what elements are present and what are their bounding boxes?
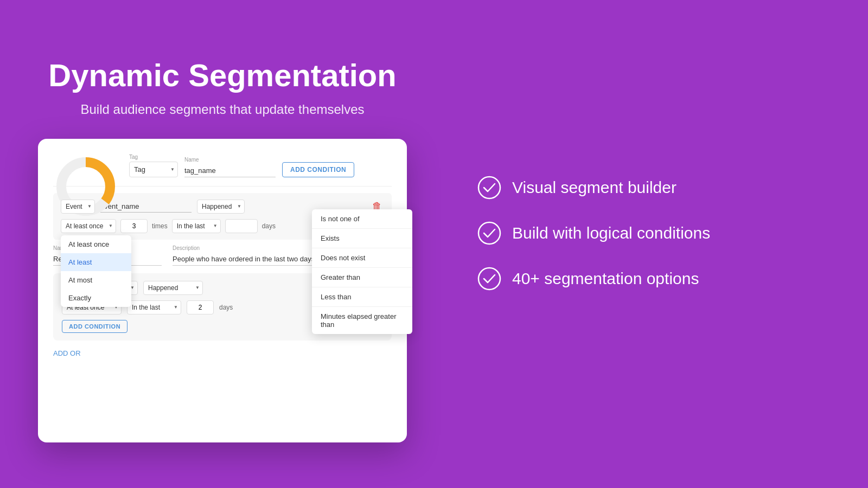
dropdown-item-exists[interactable]: Exists [312, 229, 412, 248]
happened-wrapper[interactable]: Happened [197, 200, 245, 214]
dropdown-item-minutes-elapsed[interactable]: Minutes elapsed greater than [312, 307, 412, 334]
in-the-select[interactable]: In the last [172, 219, 221, 233]
days-label: days [262, 222, 276, 230]
times-input[interactable] [120, 219, 148, 233]
happened-select[interactable]: Happened [197, 200, 245, 214]
feature-text-1: Build with logical conditions [512, 224, 710, 242]
condition-dropdown-menu: Is not one of Exists Does not exist Grea… [312, 209, 412, 334]
bottom-days-label: days [219, 304, 233, 311]
at-least-item[interactable]: At least [61, 253, 131, 271]
feature-text-0: Visual segment builder [512, 178, 676, 197]
dropdown-item-does-not-exist[interactable]: Does not exist [312, 248, 412, 268]
hero-subtitle: Build audience segments that update them… [81, 102, 365, 117]
add-or-link[interactable]: ADD OR [53, 349, 81, 357]
check-circle-icon-1 [477, 221, 501, 245]
tag-field-group: Tag Tag Name ADD CONDITION [129, 154, 392, 177]
at-least-once-item[interactable]: At least once [61, 235, 131, 253]
times-label: times [152, 222, 168, 230]
dropdown-item-is-not-one-of[interactable]: Is not one of [312, 209, 412, 229]
days-input[interactable] [225, 219, 258, 233]
happened-bottom-wrapper[interactable]: Happened [143, 281, 203, 295]
in-the-wrapper[interactable]: In the last [172, 219, 221, 233]
svg-point-3 [478, 222, 500, 244]
add-or-section: ADD OR [53, 347, 392, 358]
check-circle-icon-0 [477, 176, 501, 200]
tag-name-label: Name [184, 157, 276, 163]
dropdown-item-less-than[interactable]: Less than [312, 287, 412, 307]
happened-bottom-select[interactable]: Happened [143, 281, 203, 295]
right-panel: Visual segment builder Build with logica… [445, 154, 868, 334]
at-least-wrapper: At least once At least At most Exactly A… [61, 219, 116, 233]
check-circle-icon-2 [477, 267, 501, 291]
hero-title: Dynamic Segmentation [48, 57, 396, 93]
dropdown-item-greater-than[interactable]: Greater than [312, 268, 412, 287]
at-least-select-wrapper[interactable]: At least once At least At most Exactly [61, 219, 116, 233]
event-type-select[interactable]: Event [61, 200, 95, 214]
main-card: Tag Tag Name ADD CONDITION Is not one of… [38, 139, 407, 442]
tag-name-wrapper: Name [184, 157, 276, 177]
tag-select[interactable]: Tag [129, 162, 178, 177]
exactly-item[interactable]: Exactly [61, 289, 131, 307]
feature-text-2: 40+ segmentation options [512, 269, 699, 288]
event-type-wrapper[interactable]: Event [61, 200, 95, 214]
tag-field-wrapper: Tag Tag [129, 154, 178, 177]
add-condition-bottom-button[interactable]: ADD CONDITION [62, 320, 127, 333]
svg-point-2 [478, 177, 500, 198]
in-the-last-wrapper[interactable]: In the last [127, 300, 181, 314]
at-least-dropdown: At least once At least At most Exactly [61, 235, 131, 307]
in-the-last-select[interactable]: In the last [127, 300, 181, 314]
feature-item-2: 40+ segmentation options [477, 267, 835, 291]
feature-item-0: Visual segment builder [477, 176, 835, 200]
at-most-item[interactable]: At most [61, 271, 131, 289]
add-condition-top-button[interactable]: ADD CONDITION [282, 162, 354, 177]
tag-select-wrapper[interactable]: Tag [129, 162, 178, 177]
tag-label: Tag [129, 154, 178, 160]
bottom-days-input[interactable] [187, 300, 214, 314]
at-least-select[interactable]: At least once At least At most Exactly [61, 219, 116, 233]
feature-item-1: Build with logical conditions [477, 221, 835, 245]
tag-name-input[interactable] [184, 164, 276, 177]
left-panel: Dynamic Segmentation Build audience segm… [0, 46, 445, 442]
top-section: Tag Tag Name ADD CONDITION [129, 154, 392, 177]
svg-point-4 [478, 268, 500, 290]
